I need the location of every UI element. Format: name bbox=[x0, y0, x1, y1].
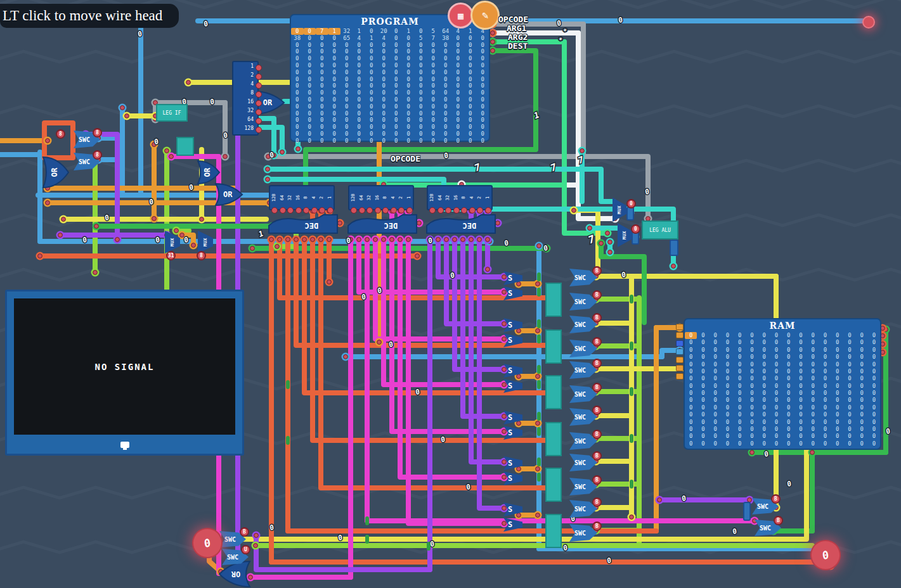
memory-cell: 0 bbox=[477, 117, 489, 124]
memory-cell: 0 bbox=[722, 440, 734, 447]
memory-cell: 0 bbox=[868, 440, 880, 447]
memory-cell: 0 bbox=[843, 390, 855, 397]
leg-box[interactable]: LEG ALU bbox=[642, 220, 678, 240]
memory-cell: 0 bbox=[819, 375, 831, 382]
memory-cell: 0 bbox=[340, 76, 353, 83]
teal-block[interactable] bbox=[545, 514, 562, 548]
dec-decoder[interactable]: DEC bbox=[347, 212, 418, 234]
bit-splitter-horizontal[interactable]: 1286432168421 bbox=[348, 185, 414, 210]
memory-cell: 0 bbox=[477, 76, 489, 83]
program-grid-button[interactable]: ▦ bbox=[448, 3, 474, 29]
bit-splitter[interactable]: 1248163264128 bbox=[232, 61, 259, 136]
bit-pin[interactable] bbox=[256, 91, 262, 98]
wire-terminal-pin bbox=[266, 177, 270, 182]
memory-cell: 0 bbox=[452, 82, 465, 89]
wire-terminal-pin bbox=[588, 226, 592, 231]
badge: B bbox=[771, 494, 781, 504]
memory-cell: 0 bbox=[365, 69, 378, 76]
ram-pin[interactable] bbox=[676, 332, 684, 338]
bit-pin[interactable] bbox=[256, 65, 262, 71]
bit-splitter-horizontal[interactable]: 1286432168421 bbox=[269, 185, 335, 210]
wire-junction bbox=[537, 457, 541, 466]
svg-text:DEC: DEC bbox=[384, 221, 398, 230]
memory-cell: 4 bbox=[353, 35, 366, 42]
badge: B bbox=[592, 337, 602, 347]
memory-cell: 0 bbox=[365, 96, 378, 103]
wire-terminal-pin bbox=[606, 231, 610, 236]
wire-terminal-pin bbox=[750, 451, 755, 455]
wire-terminal-pin bbox=[810, 451, 815, 455]
monitor-bar bbox=[7, 437, 242, 454]
blue-connector[interactable] bbox=[626, 207, 634, 220]
memory-cell: 1 bbox=[328, 28, 341, 35]
badge: 0 bbox=[631, 224, 640, 234]
memory-cell: 0 bbox=[794, 383, 807, 390]
ram-pin[interactable] bbox=[676, 324, 684, 330]
memory-cell: 0 bbox=[722, 411, 734, 418]
program-panel[interactable]: PROGRAM 00713210200105644143800065414005… bbox=[290, 14, 490, 142]
blue-connector[interactable] bbox=[670, 240, 678, 256]
memory-cell: 0 bbox=[685, 339, 697, 346]
memory-cell: 0 bbox=[415, 124, 427, 131]
dec-decoder[interactable]: DEC bbox=[425, 212, 496, 234]
ram-pin[interactable] bbox=[676, 365, 684, 371]
memory-cell: 0 bbox=[427, 42, 440, 49]
memory-cell: 0 bbox=[868, 426, 880, 433]
memory-cell: 0 bbox=[722, 339, 734, 346]
ram-panel[interactable]: RAM 000000000000000000000000000000000000… bbox=[684, 318, 881, 450]
blue-connector[interactable] bbox=[743, 502, 751, 521]
program-edit-button[interactable]: ✎ bbox=[470, 1, 500, 30]
memory-cell: 0 bbox=[452, 76, 465, 83]
wire-terminal-pin bbox=[223, 155, 228, 159]
memory-cell: 0 bbox=[831, 440, 843, 447]
memory-cell: 0 bbox=[746, 354, 758, 361]
ram-pin[interactable] bbox=[676, 348, 684, 355]
bit-pin[interactable] bbox=[256, 109, 262, 115]
memory-cell: 0 bbox=[378, 42, 391, 49]
memory-cell: 0 bbox=[316, 82, 328, 89]
bit-pin[interactable] bbox=[256, 118, 262, 124]
memory-cell: 0 bbox=[304, 35, 316, 42]
wire-terminal-pin bbox=[469, 238, 474, 242]
memory-cell: 0 bbox=[340, 62, 353, 69]
bit-pin[interactable] bbox=[256, 74, 262, 80]
wire-terminal-pin bbox=[502, 460, 507, 464]
bit-pin[interactable] bbox=[256, 127, 262, 133]
memory-cell: 7 bbox=[427, 35, 440, 42]
teal-block[interactable] bbox=[545, 375, 562, 409]
wire-junction bbox=[630, 387, 633, 396]
wire-terminal-pin bbox=[152, 217, 157, 221]
leg-box[interactable]: LEG IF bbox=[156, 104, 188, 122]
teal-block[interactable] bbox=[176, 137, 194, 156]
ram-pin[interactable] bbox=[676, 373, 684, 380]
wire-junction bbox=[630, 295, 633, 304]
memory-cell: 0 bbox=[328, 35, 341, 42]
bit-splitter-horizontal[interactable]: 1286432168421 bbox=[427, 185, 493, 210]
teal-block[interactable] bbox=[545, 329, 562, 364]
memory-cell: 0 bbox=[304, 48, 316, 55]
memory-cell: 0 bbox=[477, 42, 489, 49]
memory-cell: 0 bbox=[856, 411, 868, 418]
memory-cell: 0 bbox=[710, 339, 722, 346]
memory-cell: 0 bbox=[390, 124, 403, 131]
bit-pin[interactable] bbox=[256, 82, 262, 89]
or-gate[interactable]: OR bbox=[197, 160, 221, 185]
memory-cell: 0 bbox=[378, 48, 391, 55]
or-gate[interactable]: OR bbox=[214, 182, 243, 207]
wire-terminal-pin bbox=[191, 243, 196, 248]
memory-cell: 0 bbox=[722, 419, 734, 426]
circuit-canvas[interactable]: 0000000000000000000000000000000000000000… bbox=[0, 0, 901, 588]
or-gate[interactable]: OR bbox=[42, 156, 70, 189]
teal-block[interactable] bbox=[545, 468, 562, 502]
memory-cell: 0 bbox=[365, 76, 378, 83]
memory-cell: 0 bbox=[291, 28, 304, 35]
ram-pin[interactable] bbox=[676, 340, 684, 347]
teal-block[interactable] bbox=[545, 422, 562, 456]
teal-block[interactable] bbox=[545, 283, 562, 317]
glow-node[interactable] bbox=[862, 16, 875, 29]
bit-pin[interactable] bbox=[256, 100, 262, 106]
memory-cell: 0 bbox=[770, 339, 782, 346]
memory-cell: 0 bbox=[427, 82, 440, 89]
ram-pin[interactable] bbox=[676, 357, 684, 363]
dec-decoder[interactable]: DEC bbox=[268, 212, 339, 234]
